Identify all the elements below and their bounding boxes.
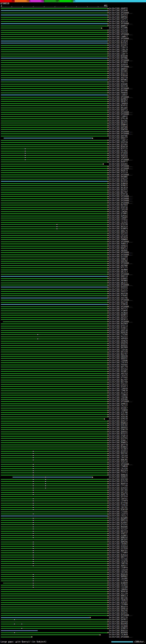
hit-label[interactable]: UniRef100_B2ADH7 xyxy=(109,522,128,524)
hit-bar[interactable] xyxy=(1,559,108,560)
hit-label[interactable]: UniRef100_A9GT63 xyxy=(109,372,128,375)
hit-bar[interactable] xyxy=(1,384,108,385)
hit-bar[interactable] xyxy=(1,613,108,614)
hit-label[interactable]: UniRef100_B67YB7 xyxy=(109,191,128,193)
hit-label[interactable]: UniRef100_Q453X4 xyxy=(109,232,128,234)
hit-bar[interactable] xyxy=(1,78,108,78)
hit-label[interactable]: UniRef100_Q3U550 xyxy=(109,142,128,144)
hit-label[interactable]: UniRef100_A6RF78 xyxy=(109,494,128,496)
hit-label[interactable]: UniRef100_Q5CPX4 xyxy=(109,496,128,498)
hit-label[interactable]: UniRef100_B69PK0 xyxy=(109,632,128,634)
hit-label[interactable]: UniRef100_Q45353 xyxy=(109,14,128,16)
hit-label[interactable]: UniRef100_B38NF8 xyxy=(109,228,128,230)
hit-label[interactable]: UniRef100_B4AP77 xyxy=(109,161,128,163)
hit-bar[interactable] xyxy=(1,418,104,419)
hit-bar[interactable] xyxy=(1,369,108,370)
hit-bar[interactable] xyxy=(1,310,108,311)
hit-bar[interactable] xyxy=(1,224,108,225)
hit-label[interactable]: UniRef100_B6GXY4 xyxy=(109,606,128,608)
hit-bar[interactable] xyxy=(1,425,108,426)
hit-bar[interactable] xyxy=(1,194,108,195)
hit-bar[interactable] xyxy=(1,14,108,15)
hit-bar[interactable] xyxy=(1,484,108,484)
hit-bar[interactable] xyxy=(1,401,108,402)
hit-bar[interactable] xyxy=(1,446,108,447)
hit-bar[interactable] xyxy=(1,32,108,33)
hit-label[interactable]: UniRef100_UPI0000... xyxy=(109,168,132,170)
hit-bar[interactable] xyxy=(1,397,108,398)
hit-label[interactable]: UniRef100_B2YHY0 xyxy=(109,236,128,238)
hit-label[interactable]: UniRef100_C4JQ55 xyxy=(109,584,128,586)
hit-bar[interactable] xyxy=(1,382,108,382)
hit-label[interactable]: UniRef100_C7YWR4 xyxy=(109,552,128,554)
hit-label[interactable]: UniRef100_Q5BEL7 xyxy=(109,440,128,442)
hit-bar[interactable] xyxy=(1,196,108,197)
hit-label[interactable]: UniRef100_B9FWK5 xyxy=(109,79,128,81)
hit-bar[interactable] xyxy=(1,28,101,28)
hit-label[interactable]: UniRef100_C74306 xyxy=(109,334,128,336)
hit-bar[interactable] xyxy=(1,19,108,20)
hit-bar[interactable] xyxy=(1,555,108,555)
hit-bar[interactable] xyxy=(1,615,108,616)
hit-bar[interactable] xyxy=(1,399,108,400)
hit-bar[interactable] xyxy=(1,600,108,600)
hit-bar[interactable] xyxy=(1,442,108,443)
hit-bar[interactable] xyxy=(1,539,108,540)
hit-bar[interactable] xyxy=(1,157,108,158)
hit-bar[interactable] xyxy=(1,123,108,123)
hit-label[interactable]: UniRef100_A6RHI5 xyxy=(109,476,128,478)
hit-label[interactable]: UniRef100_P49405 xyxy=(109,364,128,366)
hit-bar[interactable] xyxy=(1,148,108,149)
hit-bar[interactable] xyxy=(1,624,108,624)
hit-bar[interactable] xyxy=(1,220,108,220)
hit-bar[interactable] xyxy=(1,330,108,331)
hit-label[interactable]: UniRef100_Q4FNT1 xyxy=(109,619,128,621)
hit-bar[interactable] xyxy=(1,557,108,558)
hit-bar[interactable] xyxy=(1,561,108,562)
hit-label[interactable]: UniRef100_Q9W5R8 xyxy=(109,128,128,130)
hit-label[interactable]: UniRef100_Q5KG48 xyxy=(109,418,128,420)
hit-bar[interactable] xyxy=(1,99,108,100)
hit-label[interactable]: UniRef100_Q2N0Y4 xyxy=(109,627,128,630)
hit-label[interactable]: UniRef100_P15125 xyxy=(109,31,128,33)
hit-bar[interactable] xyxy=(1,304,108,305)
hit-bar[interactable] xyxy=(1,416,108,417)
hit-bar[interactable] xyxy=(1,455,108,456)
hit-bar[interactable] xyxy=(1,233,108,234)
hit-bar[interactable] xyxy=(1,317,108,318)
hit-bar[interactable] xyxy=(1,242,108,242)
hit-bar[interactable] xyxy=(1,375,108,376)
hit-label[interactable]: UniRef100_B9Z9K9 xyxy=(109,323,128,325)
hit-bar[interactable] xyxy=(1,594,108,594)
hit-label[interactable]: UniRef100_Q02XY2 xyxy=(109,122,128,124)
hit-bar[interactable] xyxy=(1,347,108,348)
hit-label[interactable]: UniRef100_A2R1B7 xyxy=(109,602,128,604)
hit-label[interactable]: UniRef100_A8UNN9 xyxy=(109,269,128,271)
hit-label[interactable]: UniRef100_C18NX4 xyxy=(109,394,128,396)
hit-label[interactable]: UniRef100_A9PF48 xyxy=(109,330,128,332)
hit-bar[interactable] xyxy=(1,345,108,346)
hit-label[interactable]: UniRef100_B4LQQ5 xyxy=(109,107,128,109)
hit-bar[interactable] xyxy=(1,537,108,538)
hit-bar[interactable] xyxy=(1,21,108,22)
hit-label[interactable]: UniRef100_Q6XIN1 xyxy=(109,120,128,122)
hit-bar[interactable] xyxy=(1,364,108,365)
hit-bar[interactable] xyxy=(1,88,108,89)
hit-label[interactable]: UniRef100_A1CLD7 xyxy=(109,528,128,530)
hit-bar[interactable] xyxy=(1,542,108,542)
hit-bar[interactable] xyxy=(1,626,108,627)
hit-label[interactable]: UniRef100_B6Z7R7 xyxy=(109,353,128,355)
hit-bar[interactable] xyxy=(1,546,108,547)
hit-bar[interactable] xyxy=(1,105,108,106)
hit-label[interactable]: UniRef100_Q9XYW5 xyxy=(109,135,128,137)
hit-bar[interactable] xyxy=(1,142,108,143)
hit-bar[interactable] xyxy=(1,144,108,145)
hit-label[interactable]: UniRef100_Q9P4G8 xyxy=(109,621,128,623)
hit-bar[interactable] xyxy=(1,280,108,281)
hit-bar[interactable] xyxy=(1,509,108,510)
hit-label[interactable]: UniRef100_A7QKH5 xyxy=(109,310,128,312)
hit-label[interactable]: UniRef100_B58X39 xyxy=(109,146,128,148)
hit-label[interactable]: UniRef100_A7WP19 xyxy=(109,435,128,437)
hit-label[interactable]: UniRef100_C4JNX0 xyxy=(109,634,128,636)
hit-label[interactable]: UniRef100_B58GHH xyxy=(109,55,128,57)
